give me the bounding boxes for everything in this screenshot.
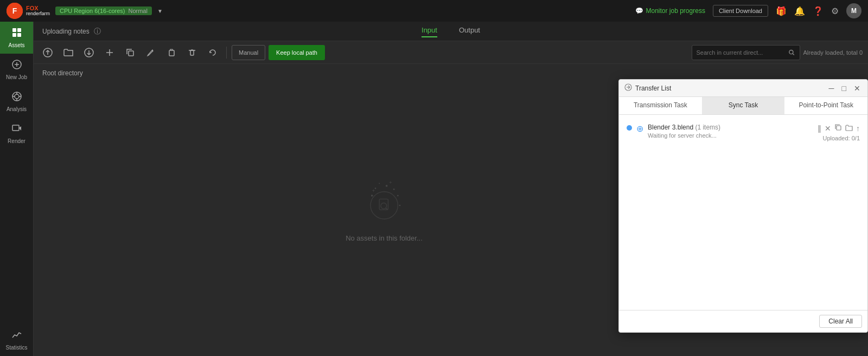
search-box <box>692 45 800 60</box>
cpu-status: Normal <box>128 8 147 14</box>
sidebar-item-analysis-label: Analysis <box>7 106 27 112</box>
settings-icon[interactable]: ⚙ <box>831 6 839 16</box>
dialog-maximize-button[interactable]: □ <box>840 84 848 93</box>
dialog-close-button[interactable]: ✕ <box>852 84 862 93</box>
svg-rect-42 <box>379 199 388 210</box>
sidebar-item-assets[interactable]: Assets <box>0 22 33 54</box>
topbar: F FOX renderfarm CPU Region 6(16-cores) … <box>0 0 868 22</box>
svg-rect-3 <box>17 28 21 32</box>
statistics-icon <box>11 329 22 343</box>
sidebar-item-new-job-label: New Job <box>6 74 27 80</box>
svg-point-37 <box>399 204 400 206</box>
clear-all-button[interactable]: Clear All <box>819 315 862 328</box>
sidebar-item-assets-label: Assets <box>8 42 24 48</box>
transfer-item-status: Waiting for server check... <box>648 132 813 139</box>
empty-state-text: No assets in this folder... <box>346 234 423 242</box>
sidebar: Assets New Job <box>0 22 34 356</box>
transfer-list-item: ⊕ Blender 3.blend (1 items) Waiting for … <box>624 120 862 145</box>
refresh-button[interactable] <box>204 45 221 60</box>
edit-button[interactable] <box>142 45 159 60</box>
logo-icon: F <box>7 3 23 19</box>
analysis-icon <box>11 91 22 105</box>
info-icon: ⓘ <box>94 27 101 36</box>
dialog-title: Transfer List <box>624 83 671 93</box>
tab-input[interactable]: Input <box>422 26 437 37</box>
sidebar-item-new-job[interactable]: New Job <box>0 54 33 86</box>
svg-point-38 <box>379 183 380 184</box>
copy-button[interactable] <box>122 45 139 60</box>
tab-output[interactable]: Output <box>459 26 480 37</box>
transfer-item-name: Blender 3.blend (1 items) <box>648 124 813 131</box>
svg-text:F: F <box>12 7 17 15</box>
avatar[interactable]: M <box>846 3 861 18</box>
client-download-button[interactable]: Client Download <box>713 5 768 17</box>
download-button[interactable] <box>80 45 98 60</box>
svg-point-36 <box>371 195 373 197</box>
sidebar-item-analysis[interactable]: Analysis <box>0 86 33 118</box>
keep-local-button[interactable]: Keep local path <box>269 45 325 60</box>
dialog-footer: Clear All <box>619 310 867 332</box>
topbar-right: 💬 Monitor job progress Client Download 🎁… <box>635 3 862 18</box>
logo-text: FOX renderfarm <box>26 5 50 16</box>
transfer-item-count: (1 items) <box>695 124 720 131</box>
cpu-label: CPU Region 6(16-cores) <box>60 8 125 14</box>
chat-icon: 💬 <box>635 7 643 15</box>
upload-notes-label: Uploading notes <box>42 28 90 35</box>
folder-button[interactable] <box>60 45 77 60</box>
transfer-item-add-icon[interactable]: ⊕ <box>636 124 643 134</box>
sidebar-item-render[interactable]: Render <box>0 118 33 150</box>
new-job-icon <box>11 59 22 73</box>
help-icon[interactable]: ❓ <box>813 6 824 16</box>
transfer-copy-button[interactable] <box>834 124 842 133</box>
dialog-minimize-button[interactable]: ─ <box>827 84 836 93</box>
toolbar: Manual Keep local path Already loaded, t… <box>34 41 868 64</box>
transfer-status-dot <box>627 125 632 131</box>
svg-rect-5 <box>17 33 21 37</box>
dialog-tab-point[interactable]: Point-to-Point Task <box>784 97 867 114</box>
sidebar-item-statistics-label: Statistics <box>5 345 27 351</box>
dialog-tab-transmission[interactable]: Transmission Task <box>619 97 702 114</box>
search-input[interactable] <box>697 49 785 56</box>
toolbar-divider <box>226 47 227 59</box>
dialog-tab-sync[interactable]: Sync Task <box>702 97 785 114</box>
svg-point-30 <box>789 50 793 54</box>
render-icon <box>11 123 22 137</box>
svg-text:+: + <box>389 180 392 185</box>
delete-button[interactable] <box>183 45 201 60</box>
search-icon <box>788 49 795 56</box>
add-button[interactable] <box>101 45 118 60</box>
svg-text:+: + <box>372 187 374 193</box>
main-content: Uploading notes ⓘ Input Output <box>34 22 868 356</box>
cpu-badge: CPU Region 6(16-cores) Normal <box>55 7 152 15</box>
transfer-cancel-button[interactable]: ✕ <box>825 124 831 133</box>
assets-icon <box>11 27 22 41</box>
monitor-label: Monitor job progress <box>646 7 705 15</box>
tabs-bar: Input Output <box>422 22 480 41</box>
transfer-pause-button[interactable]: ‖ <box>818 124 821 133</box>
transfer-item-right: ‖ ✕ <box>818 124 860 141</box>
subheader: Uploading notes ⓘ Input Output <box>34 22 868 41</box>
svg-rect-23 <box>129 51 133 56</box>
upload-button[interactable] <box>39 45 56 60</box>
layout: Assets New Job <box>0 22 868 356</box>
empty-state: + + No assets in this folder... <box>346 178 423 242</box>
transfer-upload-button[interactable]: ↑ <box>856 124 860 133</box>
paste-button[interactable] <box>163 45 180 60</box>
svg-point-10 <box>15 94 19 99</box>
bell-icon[interactable]: 🔔 <box>794 6 805 16</box>
transfer-item-uploaded: Uploaded: 0/1 <box>823 135 860 141</box>
sidebar-item-statistics[interactable]: Statistics <box>0 324 33 356</box>
logo: F FOX renderfarm <box>7 3 50 19</box>
dropdown-arrow-icon[interactable]: ▼ <box>157 8 163 14</box>
content-area: Root directory + + <box>34 64 868 356</box>
svg-line-31 <box>793 53 794 55</box>
already-loaded-label: Already loaded, total 0 <box>803 49 863 56</box>
manual-button[interactable]: Manual <box>232 45 265 60</box>
monitor-link[interactable]: 💬 Monitor job progress <box>635 7 705 15</box>
gift-icon[interactable]: 🎁 <box>776 6 787 16</box>
svg-point-41 <box>371 191 398 218</box>
svg-point-33 <box>393 188 395 190</box>
transfer-folder-button[interactable] <box>845 124 853 133</box>
svg-rect-15 <box>12 125 19 131</box>
topbar-left: F FOX renderfarm CPU Region 6(16-cores) … <box>7 3 163 19</box>
